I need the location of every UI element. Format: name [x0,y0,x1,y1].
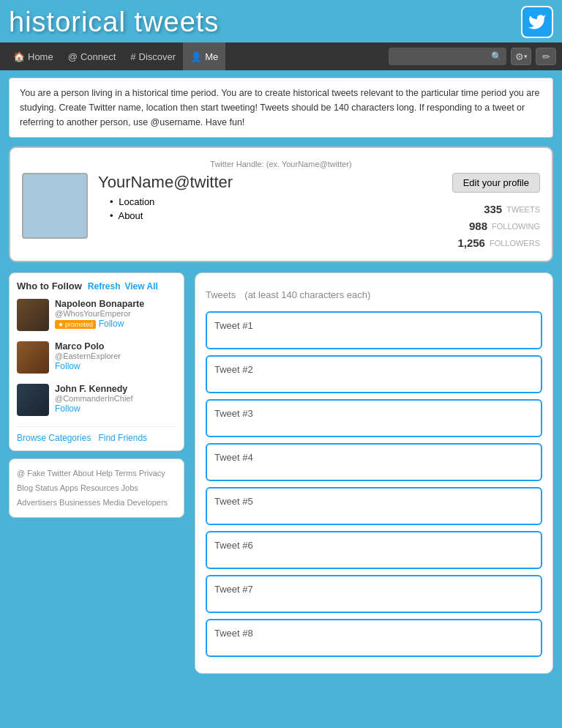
tweet-box-4[interactable]: Tweet #4 [206,443,542,481]
footer-link-help[interactable]: Help [96,469,113,478]
tweet-label-6: Tweet #6 [214,540,253,551]
follow-user-marco: Marco Polo @EasternExplorer Follow [17,341,176,374]
compose-button[interactable]: ✏ [536,48,556,65]
tweets-title: Tweets [206,289,236,300]
tweet-box-5[interactable]: Tweet #5 [206,487,542,525]
jfk-name: John F. Kennedy [55,384,176,394]
find-friends-link[interactable]: Find Friends [98,433,147,443]
profile-info: YourName@twitter • Location • About [98,173,413,221]
marco-handle: @EasternExplorer [55,352,176,360]
footer-link-fake-twitter[interactable]: @ Fake Twitter [17,469,71,478]
edit-profile-button[interactable]: Edit your profile [452,173,540,193]
tweet-box-6[interactable]: Tweet #6 [206,531,542,569]
tweet-label-4: Tweet #4 [214,452,253,463]
follow-user-napoleon: Napoleon Bonaparte @WhosYourEmperor ★ pr… [17,299,176,331]
profile-username: YourName@twitter [98,173,413,192]
sidebar-footer: @ Fake Twitter About Help Terms Privacy … [9,458,184,518]
followers-count: 1,256 [457,237,485,249]
napoleon-info: Napoleon Bonaparte @WhosYourEmperor ★ pr… [55,299,176,330]
person-icon: 👤 [190,51,202,62]
footer-link-businesses[interactable]: Businesses [59,498,100,507]
tweet-label-7: Tweet #7 [214,584,253,595]
promoted-icon: ★ [58,321,64,328]
tweets-stat: 335 TWEETS [484,203,540,215]
promoted-label: promoted [65,321,93,328]
footer-link-terms[interactable]: Terms [115,469,137,478]
bottom-section: Who to Follow Refresh View All Napoleon … [9,272,553,674]
home-icon: 🏠 [13,51,25,62]
tweet-box-7[interactable]: Tweet #7 [206,575,542,613]
napoleon-name: Napoleon Bonaparte [55,299,176,309]
marco-follow-button[interactable]: Follow [55,361,80,371]
nav-connect-label: Connect [80,51,116,62]
napoleon-follow-button[interactable]: Follow [99,319,124,329]
site-title: historical tweets [9,7,219,38]
hash-icon: # [130,51,135,62]
tweet-box-2[interactable]: Tweet #2 [206,355,542,393]
marco-info: Marco Polo @EasternExplorer Follow [55,341,176,371]
napoleon-handle: @WhosYourEmperor [55,309,176,318]
tweet-label-5: Tweet #5 [214,496,253,507]
tweet-label-1: Tweet #1 [214,320,253,331]
tweets-panel: Tweets (at least 140 characters each) Tw… [195,272,553,674]
nav-discover[interactable]: # Discover [123,42,183,70]
footer-link-apps[interactable]: Apps [60,483,78,492]
marco-avatar [17,341,49,374]
marco-name: Marco Polo [55,341,176,352]
profile-location: Location [119,196,154,207]
tweet-box-1[interactable]: Tweet #1 [206,311,542,349]
tweet-box-3[interactable]: Tweet #3 [206,399,542,437]
following-stat: 988 FOLLOWING [469,220,540,232]
jfk-follow-button[interactable]: Follow [55,404,80,414]
nav-me-label: Me [205,51,218,62]
settings-button[interactable]: ⚙ ▾ [511,48,531,65]
who-to-follow-title: Who to Follow [17,281,82,291]
tweets-count: 335 [484,203,502,215]
nav-me[interactable]: 👤 Me [183,42,225,70]
search-input[interactable] [393,48,488,65]
who-to-follow-panel: Who to Follow Refresh View All Napoleon … [9,272,184,451]
browse-categories-link[interactable]: Browse Categories [17,433,91,443]
profile-section: Twitter Handle: (ex. YourName@twitter) Y… [9,146,553,262]
footer-link-developers[interactable]: Developers [127,498,168,507]
nav-connect[interactable]: @ Connect [61,42,124,70]
footer-link-about[interactable]: About [72,469,94,478]
search-icon: 🔍 [491,51,502,62]
jfk-handle: @CommanderInChief [55,394,176,403]
tweets-subheader: (at least 140 characters each) [244,289,370,300]
page-header: historical tweets [0,0,562,42]
footer-link-blog[interactable]: Blog [17,483,33,492]
footer-link-jobs[interactable]: Jobs [121,483,138,492]
nav-home-label: Home [28,51,53,62]
profile-stats: Edit your profile 335 TWEETS 988 FOLLOWI… [423,173,540,249]
refresh-link[interactable]: Refresh [88,281,121,291]
footer-link-resources[interactable]: Resources [80,483,119,492]
main-content: You are a person living in a historical … [0,70,562,681]
jfk-avatar [17,384,49,416]
promoted-badge: ★ promoted [55,320,96,329]
who-to-follow-links: Refresh View All [88,281,158,291]
nav-home[interactable]: 🏠 Home [6,42,61,70]
twitter-logo [521,6,553,38]
tweet-box-8[interactable]: Tweet #8 [206,619,542,657]
followers-label: FOLLOWERS [490,239,540,248]
navbar-right: 🔍 ⚙ ▾ ✏ [389,48,556,65]
footer-link-media[interactable]: Media [102,498,124,507]
left-column: Who to Follow Refresh View All Napoleon … [9,272,184,518]
followers-stat: 1,256 FOLLOWERS [457,237,540,249]
footer-link-advertisers[interactable]: Advertisers [17,498,57,507]
who-to-follow-footer: Browse Categories Find Friends [17,426,176,443]
instructions-text: You are a person living in a historical … [20,88,539,127]
tweet-label-8: Tweet #8 [214,628,253,639]
following-count: 988 [469,220,487,232]
tweet-label-2: Tweet #2 [214,364,253,375]
footer-link-privacy[interactable]: Privacy [139,469,165,478]
profile-about: About [118,210,143,221]
instructions-box: You are a person living in a historical … [9,78,553,138]
footer-link-status[interactable]: Status [35,483,58,492]
tweets-header: Tweets (at least 140 characters each) [206,283,542,302]
view-all-link[interactable]: View All [125,281,158,291]
tweet-label-3: Tweet #3 [214,408,253,419]
twitter-handle-label: Twitter Handle: (ex. YourName@twitter) [22,160,540,168]
follow-user-jfk: John F. Kennedy @CommanderInChief Follow [17,384,176,416]
